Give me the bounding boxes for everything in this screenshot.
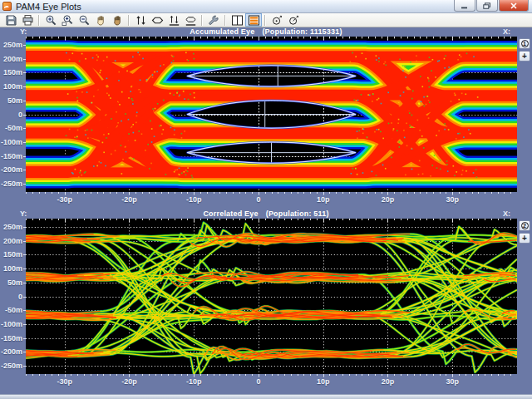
window-bottom-border (0, 394, 532, 399)
x-tick-label: 10p (307, 377, 340, 386)
y-tick-label: 200m (0, 55, 22, 63)
window-titlebar: PAM4 Eye Plots (0, 0, 532, 13)
y-tick-label: -50m (0, 306, 22, 314)
plot-title: Correlated Eye(Population: 511) (0, 209, 532, 219)
y-tick-label: 0 (0, 293, 22, 301)
app-window: PAM4 Eye Plots Accumulated Eye(Populatio… (0, 0, 532, 399)
plot-titlebar: Correlated Eye(Population: 511) Y: X: (0, 209, 532, 219)
toolbar (0, 13, 532, 27)
plot-body: 250m200m150m100m50m0-50m-100m-150m-200m-… (0, 219, 532, 374)
x-tick-label: -20p (112, 377, 145, 386)
data-brush-icon (111, 14, 124, 27)
y-tick-label: 150m (0, 68, 22, 76)
print-icon (22, 14, 34, 27)
x-tick-label: 0 (242, 377, 275, 386)
x-tick-label: 20p (371, 195, 404, 204)
pan-button[interactable] (92, 13, 109, 27)
plot-number-badge-button[interactable]: 2 (519, 220, 530, 231)
plot-title: Accumulated Eye(Population: 1115331) (0, 27, 532, 37)
toolbar-separator (128, 15, 130, 26)
toolbar-separator (264, 15, 266, 26)
mask-hexagon-icon (151, 14, 164, 27)
y-axis-prefix: Y: (20, 209, 27, 219)
plot-titlebar: Accumulated Eye(Population: 1115331) Y: … (0, 27, 532, 37)
settings-button[interactable] (205, 13, 222, 27)
window-title: PAM4 Eye Plots (16, 2, 81, 12)
population-label: (Population: 511) (266, 209, 329, 218)
correlated-eye-panel: Correlated Eye(Population: 511) Y: X: 25… (0, 209, 532, 394)
x-tick-label: 10p (307, 195, 340, 204)
accumulated-eye-canvas[interactable] (26, 37, 517, 192)
eye-mask-button[interactable] (149, 13, 165, 27)
eye-marker-baseline-button[interactable] (165, 13, 182, 27)
close-button[interactable] (499, 0, 529, 12)
plot-number-badge: 2 (521, 222, 529, 229)
y-tick-label: -50m (0, 124, 22, 132)
y-tick-label: -250m (0, 362, 22, 370)
zoom-in-button[interactable] (42, 13, 59, 27)
add-marker-button[interactable]: + (519, 233, 530, 244)
mask-hexagon-baseline-icon (185, 14, 197, 27)
y-tick-label: -200m (0, 347, 22, 356)
zoom-region-button[interactable] (59, 13, 76, 27)
layout-rows-icon (248, 14, 260, 27)
plot-title-text: Accumulated Eye (190, 27, 254, 36)
y-tick-label: -150m (0, 334, 22, 342)
plot-title-text: Correlated Eye (203, 209, 258, 218)
layout-columns-button[interactable] (229, 13, 245, 27)
y-tick-label: -150m (0, 152, 22, 160)
zoom-out-icon (78, 14, 91, 27)
plus-icon: + (522, 52, 527, 61)
x-tick-label: 20p (371, 377, 404, 386)
correlated-eye-canvas[interactable] (26, 219, 517, 374)
zoom-out-button[interactable] (76, 13, 92, 27)
x-tick-label: -30p (48, 195, 81, 204)
y-tick-label: 200m (0, 237, 22, 245)
y-tick-label: 50m (0, 96, 22, 105)
clock-delay-button[interactable] (268, 13, 285, 27)
y-tick-label: 50m (0, 278, 22, 287)
marker-arrows-baseline-icon (168, 14, 180, 27)
client-area: Accumulated Eye(Population: 1115331) Y: … (0, 27, 532, 394)
y-axis-prefix: Y: (20, 27, 27, 37)
print-button[interactable] (19, 13, 36, 27)
y-tick-label: -200m (0, 165, 22, 174)
eye-mask-baseline-button[interactable] (182, 13, 199, 27)
minimize-button[interactable] (454, 0, 475, 12)
save-button[interactable] (2, 13, 19, 27)
eye-marker-button[interactable] (132, 13, 149, 27)
y-axis: 250m200m150m100m50m0-50m-100m-150m-200m-… (0, 219, 26, 374)
plot-side-toolbar: 2 + (517, 219, 532, 374)
y-tick-label: 100m (0, 82, 22, 91)
x-axis-prefix: X: (503, 209, 510, 219)
wrench-icon (208, 14, 220, 27)
add-marker-button[interactable]: + (519, 51, 530, 62)
layout-rows-button[interactable] (245, 13, 262, 27)
y-axis: 250m200m150m100m50m0-50m-100m-150m-200m-… (0, 37, 26, 192)
plot-side-toolbar: 1 + (517, 37, 532, 192)
restore-button[interactable] (476, 0, 498, 12)
plot-number-badge-button[interactable]: 1 (519, 38, 530, 49)
zoom-region-icon (62, 14, 74, 27)
plot-body: 250m200m150m100m50m0-50m-100m-150m-200m-… (0, 37, 532, 192)
y-tick-label: -100m (0, 138, 22, 146)
clock-arrow-2-icon (288, 14, 300, 27)
y-tick-label: 100m (0, 264, 22, 273)
x-axis: -30p-20p-10p010p20p30p (0, 374, 532, 392)
toolbar-separator (201, 15, 203, 26)
marker-arrows-icon (135, 14, 147, 27)
accumulated-eye-panel: Accumulated Eye(Population: 1115331) Y: … (0, 27, 532, 209)
x-tick-label: 30p (436, 195, 469, 204)
x-axis-prefix: X: (503, 27, 510, 37)
y-tick-label: -250m (0, 180, 22, 188)
save-icon (5, 14, 17, 27)
x-tick-label: 0 (242, 195, 275, 204)
toolbar-separator (224, 15, 226, 26)
clock-skew-button[interactable] (285, 13, 302, 27)
app-icon (2, 2, 12, 11)
data-brush-button[interactable] (109, 13, 126, 27)
x-tick-label: -10p (177, 377, 210, 386)
x-tick-label: -20p (112, 195, 145, 204)
zoom-in-icon (45, 14, 57, 27)
pan-icon (95, 14, 107, 27)
